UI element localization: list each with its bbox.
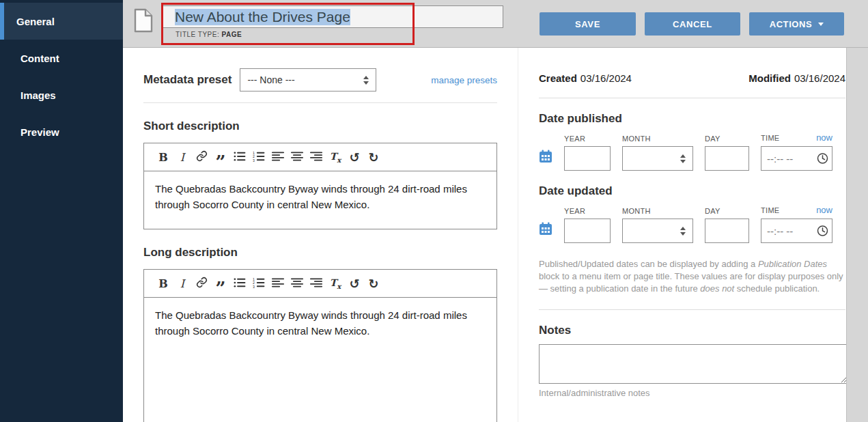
updated-year-input[interactable] (564, 219, 611, 243)
numbered-list-button[interactable]: 123 (249, 147, 268, 167)
align-center-button[interactable] (288, 147, 307, 167)
italic-button[interactable]: I (173, 147, 192, 167)
bold-button[interactable]: B (154, 147, 173, 167)
header: New About the Drives Page TITLE TYPE: PA… (123, 0, 868, 48)
numbered-list-icon: 123 (253, 151, 265, 164)
actions-dropdown-button[interactable]: ACTIONS (749, 12, 844, 36)
title-type-caption: TITLE TYPE: PAGE (176, 31, 242, 38)
sidebar-item-general[interactable]: General (0, 3, 123, 40)
time-label: TIME (761, 206, 779, 214)
created-label: Created (539, 72, 577, 84)
rich-text-toolbar: B I ” 123 Tx ↺ ↻ (144, 270, 496, 298)
day-label: DAY (705, 207, 749, 215)
date-published-heading: Date published (539, 112, 845, 126)
bullet-list-button[interactable] (230, 147, 249, 167)
year-label: YEAR (564, 207, 611, 215)
align-right-button[interactable] (307, 147, 326, 167)
clear-formatting-button[interactable]: Tx (326, 147, 345, 167)
italic-button[interactable]: I (173, 273, 192, 294)
select-stepper-icon (680, 227, 686, 236)
cancel-button[interactable]: CANCEL (645, 12, 740, 36)
metadata-preset-value: --- None --- (247, 74, 294, 85)
page-title-input[interactable]: New About the Drives Page (162, 5, 503, 28)
metadata-preset-label: Metadata preset (143, 73, 232, 87)
sidebar-item-label: Preview (20, 126, 59, 138)
updated-now-link[interactable]: now (816, 205, 832, 215)
published-now-link[interactable]: now (816, 132, 832, 143)
bullet-list-button[interactable] (230, 273, 249, 294)
updated-calendar-button[interactable] (539, 222, 552, 238)
short-description-content[interactable]: The Quebradas Backcountry Byway winds th… (144, 171, 496, 229)
undo-icon: ↺ (349, 277, 359, 291)
select-stepper-icon (363, 76, 369, 85)
clear-formatting-button[interactable]: Tx (326, 273, 345, 294)
published-day-input[interactable] (705, 146, 749, 171)
blockquote-button[interactable]: ” (211, 147, 230, 167)
sidebar: General Content Images Preview (0, 0, 123, 422)
date-updated-heading: Date updated (539, 184, 845, 198)
align-center-icon (291, 151, 303, 164)
created-date: 03/16/2024 (580, 72, 632, 84)
divider (539, 98, 845, 98)
long-description-heading: Long description (143, 246, 497, 259)
numbered-list-icon: 123 (253, 277, 265, 290)
time-label: TIME (761, 134, 779, 142)
header-buttons: SAVE CANCEL ACTIONS (540, 12, 844, 36)
manage-presets-link[interactable]: manage presets (431, 75, 497, 85)
short-description-editor: B I ” 123 Tx ↺ ↻ The Quebradas Backcount… (143, 143, 497, 229)
link-icon (196, 150, 208, 164)
title-type-label: TITLE TYPE: (176, 31, 219, 38)
align-right-icon (310, 151, 322, 164)
blockquote-button[interactable]: ” (211, 273, 230, 294)
main-panel: Metadata preset --- None --- manage pres… (123, 48, 847, 422)
link-button[interactable] (192, 147, 211, 167)
bold-button[interactable]: B (154, 273, 173, 294)
month-label: MONTH (622, 207, 693, 215)
bullet-list-icon (234, 277, 246, 290)
publication-dates-help: Published/Updated dates can be displayed… (539, 258, 845, 296)
calendar-icon (539, 227, 552, 238)
published-year-input[interactable] (564, 146, 611, 171)
notes-heading: Notes (539, 324, 845, 337)
bullet-list-icon (234, 151, 246, 164)
save-button[interactable]: SAVE (540, 12, 636, 36)
rich-text-toolbar: B I ” 123 Tx ↺ ↻ (144, 143, 496, 171)
date-published-row: YEAR MONTH DAY TIME now (539, 132, 845, 171)
modified-info: Modified03/16/2024 (748, 72, 845, 84)
sidebar-item-images[interactable]: Images (0, 76, 123, 113)
numbered-list-button[interactable]: 123 (249, 273, 268, 294)
sidebar-item-preview[interactable]: Preview (0, 113, 123, 150)
year-label: YEAR (564, 135, 611, 143)
link-button[interactable] (192, 273, 211, 294)
page-icon (134, 8, 153, 36)
align-right-button[interactable] (307, 273, 326, 294)
published-calendar-button[interactable] (539, 150, 552, 165)
align-left-button[interactable] (268, 273, 288, 294)
metadata-preset-select[interactable]: --- None --- (240, 68, 376, 92)
align-left-icon (272, 277, 284, 290)
link-icon (196, 277, 208, 290)
long-description-content[interactable]: The Quebradas Backcountry Byway winds th… (144, 298, 496, 422)
redo-button[interactable]: ↻ (364, 147, 383, 167)
updated-day-input[interactable] (705, 219, 749, 243)
undo-button[interactable]: ↺ (345, 273, 364, 294)
sidebar-item-label: Images (20, 89, 56, 101)
notes-textarea[interactable] (539, 344, 847, 384)
updated-month-select[interactable] (622, 219, 693, 243)
page-title-selected-text: New About the Drives Page (175, 9, 350, 25)
created-modified-row: Created03/16/2024 Modified03/16/2024 (539, 72, 845, 84)
align-right-icon (310, 277, 322, 290)
undo-button[interactable]: ↺ (345, 147, 364, 167)
editor-column: Metadata preset --- None --- manage pres… (143, 48, 497, 422)
title-type-value: PAGE (222, 31, 242, 38)
redo-icon: ↻ (368, 150, 378, 165)
sidebar-item-content[interactable]: Content (0, 40, 123, 76)
redo-button[interactable]: ↻ (364, 273, 383, 294)
created-info: Created03/16/2024 (539, 72, 632, 84)
sidebar-item-label: General (16, 16, 55, 27)
align-center-button[interactable] (288, 273, 307, 294)
day-label: DAY (705, 135, 749, 143)
align-left-button[interactable] (268, 147, 288, 167)
modified-label: Modified (748, 72, 791, 84)
published-month-select[interactable] (622, 146, 693, 171)
